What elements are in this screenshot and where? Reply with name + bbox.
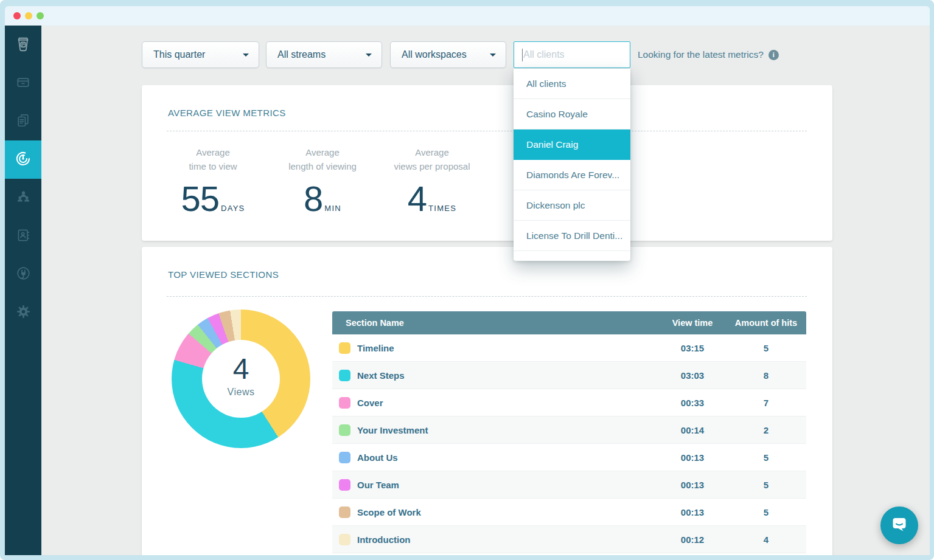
client-option-daniel-craig[interactable]: Daniel Craig: [514, 130, 630, 160]
metric-label: Average: [155, 146, 271, 160]
metric-value: 55: [181, 179, 219, 218]
main-content: This quarter All streams All workspaces …: [41, 26, 930, 555]
section-view-time: 00:14: [659, 425, 726, 435]
section-hits: 7: [726, 398, 806, 408]
metric-label: length of viewing: [265, 160, 380, 174]
client-option-dickenson-plc[interactable]: Dickenson plc: [514, 190, 630, 221]
sidebar-item-contacts[interactable]: [5, 217, 41, 255]
donut-center-value: 4: [202, 352, 280, 385]
section-name: Next Steps: [332, 370, 659, 381]
documents-icon: [15, 112, 31, 131]
column-header-view-time: View time: [659, 318, 726, 328]
info-icon[interactable]: i: [768, 50, 779, 60]
metric-unit: MIN: [324, 204, 341, 213]
proposify-cup-logo-icon: P: [14, 35, 32, 55]
section-view-time: 00:13: [659, 480, 726, 490]
section-name: Timeline: [332, 343, 659, 353]
sidebar-item-documents[interactable]: [5, 102, 41, 140]
table-row[interactable]: Our Team00:135: [332, 471, 806, 499]
table-row[interactable]: Introduction00:124: [332, 526, 806, 553]
dashed-divider: [167, 131, 807, 131]
section-view-time: 00:12: [659, 534, 726, 545]
period-filter-dropdown[interactable]: This quarter: [142, 41, 259, 68]
metric-label: views per proposal: [374, 160, 490, 174]
chat-launcher-button[interactable]: [880, 506, 918, 544]
svg-text:P: P: [22, 42, 25, 46]
plug-integrations-icon: [15, 265, 32, 284]
metric-avg-views-per-proposal: Average views per proposal 4TIMES: [374, 146, 490, 219]
metric-label: Average: [374, 146, 490, 160]
metric-unit: DAYS: [221, 204, 245, 213]
section-hits: 5: [726, 452, 806, 463]
section-view-time: 03:15: [659, 343, 726, 353]
section-color-swatch: [339, 424, 350, 436]
metric-avg-time-to-view: Average time to view 55DAYS: [155, 146, 271, 219]
streams-filter-dropdown[interactable]: All streams: [266, 41, 382, 68]
section-color-swatch: [339, 479, 350, 491]
window-zoom-button[interactable]: [37, 12, 44, 19]
section-view-time: 00:13: [659, 452, 726, 463]
sidebar-item-settings[interactable]: [5, 294, 41, 332]
column-header-section-name: Section Name: [332, 318, 659, 328]
sidebar-item-team[interactable]: [5, 179, 41, 217]
dashed-divider: [167, 296, 807, 297]
metric-unit: TIMES: [428, 204, 456, 213]
chevron-down-icon: [490, 54, 496, 60]
client-search-box: [514, 41, 630, 68]
section-hits: 5: [726, 480, 806, 490]
table-row[interactable]: Cover00:337: [332, 389, 806, 417]
section-view-time: 00:13: [659, 507, 726, 517]
section-hits: 4: [726, 534, 806, 545]
metric-label: time to view: [155, 160, 271, 174]
metric-value: 8: [304, 179, 322, 218]
section-color-swatch: [339, 397, 350, 409]
text-caret: [522, 49, 523, 61]
section-hits: 5: [726, 507, 806, 517]
chat-bubble-smile-icon: [890, 514, 909, 536]
column-header-amount-of-hits: Amount of hits: [726, 318, 806, 328]
chevron-down-icon: [366, 54, 372, 60]
browser-window-frame: P: [0, 0, 934, 560]
views-donut-chart: 4 Views: [172, 309, 310, 448]
sidebar-item-snippets[interactable]: [5, 64, 41, 102]
period-filter-value: This quarter: [153, 49, 243, 60]
section-name: Our Team: [332, 480, 659, 490]
section-view-time: 03:03: [659, 370, 726, 381]
section-hits: 2: [726, 425, 806, 435]
table-row[interactable]: About Us00:135: [332, 444, 806, 471]
section-color-swatch: [339, 370, 350, 381]
sections-table: Section Name View time Amount of hits Ti…: [332, 311, 806, 553]
client-search-input[interactable]: [514, 42, 630, 67]
top-viewed-sections-card: TOP VIEWED SECTIONS 4 Views Section Name…: [142, 247, 832, 555]
workspaces-filter-dropdown[interactable]: All workspaces: [390, 41, 506, 68]
section-name: About Us: [332, 452, 659, 463]
table-header-row: Section Name View time Amount of hits: [332, 311, 806, 334]
sidebar-item-proposify-logo[interactable]: P: [5, 26, 41, 64]
client-dropdown-menu: All clientsCasino RoyaleDaniel CraigDiam…: [514, 69, 630, 261]
metric-label: Average: [265, 146, 380, 160]
section-name: Your Investment: [332, 425, 659, 435]
latest-metrics-link: Looking for the latest metrics? i: [638, 41, 779, 68]
workspaces-filter-value: All workspaces: [402, 49, 490, 60]
window-titlebar: [5, 6, 930, 26]
address-book-icon: [15, 227, 31, 246]
client-option-all-clients[interactable]: All clients: [514, 69, 630, 99]
table-row[interactable]: Scope of Work00:135: [332, 499, 806, 526]
tray-box-icon: [15, 74, 31, 92]
table-row[interactable]: Next Steps03:038: [332, 362, 806, 389]
table-row[interactable]: Your Investment00:142: [332, 417, 806, 444]
client-option-license-to-drill-denti[interactable]: License To Drill Denti...: [514, 221, 630, 251]
section-name: Introduction: [332, 534, 659, 545]
section-hits: 8: [726, 370, 806, 381]
window-minimize-button[interactable]: [25, 12, 32, 19]
section-name: Scope of Work: [332, 507, 659, 517]
client-option-casino-royale[interactable]: Casino Royale: [514, 99, 630, 130]
card-title: TOP VIEWED SECTIONS: [168, 269, 279, 280]
sidebar-item-metrics[interactable]: [5, 140, 41, 179]
client-option-diamonds-are-forev[interactable]: Diamonds Are Forev...: [514, 160, 630, 190]
metrics-gauge-icon: [15, 150, 32, 170]
window-close-button[interactable]: [13, 12, 21, 19]
card-title: AVERAGE VIEW METRICS: [168, 108, 286, 118]
sidebar-item-integrations[interactable]: [5, 255, 41, 294]
table-row[interactable]: Timeline03:155: [332, 334, 806, 362]
